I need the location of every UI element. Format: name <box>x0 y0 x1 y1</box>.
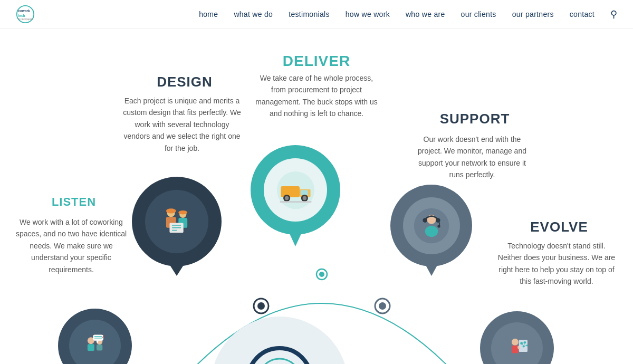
svg-point-39 <box>437 225 440 227</box>
svg-point-20 <box>178 210 187 214</box>
logo: cowork tech by techpapers <box>16 5 35 24</box>
svg-point-40 <box>79 329 111 362</box>
svg-point-32 <box>302 196 306 200</box>
design-icon <box>157 202 197 242</box>
deliver-desc: We take care of he whole process, from p… <box>253 72 380 120</box>
nav-our-clients[interactable]: our clients <box>461 10 496 18</box>
logo-icon: cowork tech by techpapers <box>16 5 35 24</box>
main-nav: home what we do testimonials how we work… <box>199 8 617 20</box>
svg-text:by techpapers: by techpapers <box>18 18 34 21</box>
svg-point-37 <box>423 218 427 223</box>
svg-point-11 <box>379 302 386 310</box>
svg-point-38 <box>435 218 440 223</box>
svg-point-7 <box>257 302 265 310</box>
nav-testimonials[interactable]: testimonials <box>289 10 330 18</box>
nav-who-we-are[interactable]: who we are <box>406 10 445 18</box>
svg-point-62 <box>248 348 311 364</box>
listen-bubble: ✓ <box>58 309 132 364</box>
center-icon <box>227 332 332 364</box>
support-title: SUPPORT <box>417 111 533 127</box>
design-bubble <box>132 177 222 266</box>
evolve-title: EVOLVE <box>506 219 612 235</box>
svg-rect-52 <box>511 345 518 353</box>
svg-point-9 <box>319 272 324 277</box>
svg-rect-44 <box>96 344 102 350</box>
svg-point-30 <box>284 196 289 200</box>
design-title: DESIGN <box>127 74 243 90</box>
deliver-title: DELIVER <box>264 53 369 70</box>
svg-point-51 <box>511 338 518 345</box>
svg-rect-42 <box>87 344 94 351</box>
evolve-desc: Technology doesn't stand still. Neither … <box>496 240 617 288</box>
evolve-bubble <box>480 311 554 364</box>
search-icon[interactable]: ⚲ <box>610 8 617 20</box>
header: cowork tech by techpapers home what we d… <box>0 0 633 29</box>
svg-text:tech: tech <box>18 14 25 17</box>
nav-what-we-do[interactable]: what we do <box>234 10 273 18</box>
evolve-icon <box>500 331 534 365</box>
support-bubble <box>390 185 472 266</box>
main-content: DELIVER We take care of he whole process… <box>0 29 633 364</box>
nav-how-we-work[interactable]: how we work <box>346 10 390 18</box>
svg-point-14 <box>158 203 195 240</box>
support-icon <box>413 207 450 244</box>
svg-text:✓: ✓ <box>101 334 104 339</box>
svg-text:cowork: cowork <box>18 9 31 13</box>
deliver-bubble <box>251 145 340 235</box>
svg-rect-33 <box>280 201 311 203</box>
svg-point-64 <box>258 359 301 364</box>
listen-icon: ✓ <box>78 329 112 363</box>
nav-contact[interactable]: contact <box>570 10 594 18</box>
deliver-icon <box>276 170 315 210</box>
svg-rect-28 <box>300 190 308 195</box>
listen-desc: We work with a lot of coworking spaces, … <box>13 216 129 275</box>
nav-our-partners[interactable]: our partners <box>512 10 554 18</box>
support-desc: Our work doesn't end with the project. W… <box>411 133 533 181</box>
svg-point-17 <box>166 208 176 213</box>
svg-rect-26 <box>281 186 300 197</box>
svg-point-36 <box>425 226 438 237</box>
design-desc: Each project is unique and merits a cust… <box>121 95 243 154</box>
nav-home[interactable]: home <box>199 10 218 18</box>
listen-title: LISTEN <box>26 195 121 209</box>
